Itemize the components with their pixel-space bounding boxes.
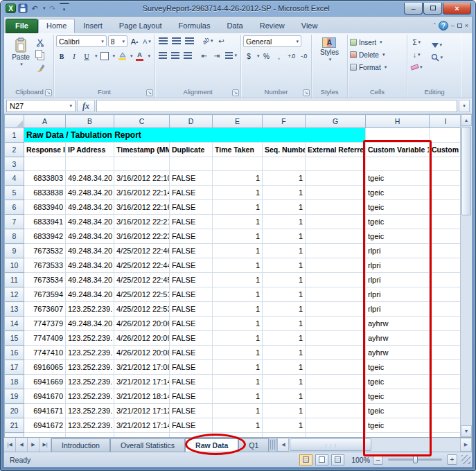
- cell-duplicate[interactable]: FALSE: [170, 258, 213, 273]
- cell-ip-address[interactable]: 123.252.239.: [66, 375, 114, 389]
- cell-time-taken[interactable]: 1: [213, 375, 263, 389]
- workbook-restore-button[interactable]: [457, 22, 462, 29]
- column-header-A[interactable]: A: [24, 115, 66, 128]
- cell[interactable]: [430, 157, 461, 171]
- cell-external-referrer[interactable]: [306, 273, 366, 287]
- percent-style-button[interactable]: %: [261, 51, 272, 62]
- cell-time-taken[interactable]: 1: [213, 389, 263, 404]
- cell-custom-variable-1[interactable]: tgeic: [366, 375, 430, 389]
- cell[interactable]: [66, 157, 114, 171]
- cell-custom-variable-1[interactable]: tgeic: [366, 215, 430, 229]
- header-cell[interactable]: Time Taken: [213, 143, 263, 157]
- cell-external-referrer[interactable]: [306, 229, 366, 244]
- cell-ip-address[interactable]: 123.252.239.: [66, 331, 114, 346]
- cell-seq-number[interactable]: 1: [263, 200, 306, 215]
- cell[interactable]: [213, 157, 263, 171]
- vertical-scrollbar-track[interactable]: [461, 216, 472, 425]
- cell-ip-address[interactable]: 49.248.34.20: [66, 200, 114, 215]
- cell-ip-address[interactable]: 49.248.34.20: [66, 186, 114, 200]
- cell-duplicate[interactable]: FALSE: [170, 215, 213, 229]
- cell[interactable]: [366, 128, 430, 143]
- sheet-tab-overall-statistics[interactable]: Overall Statistics: [110, 438, 185, 452]
- cell-ip-address[interactable]: 123.252.239.: [66, 360, 114, 375]
- cell-seq-number[interactable]: 1: [263, 171, 306, 186]
- horizontal-scrollbar-thumb[interactable]: ⋮⋮⋮: [290, 438, 371, 451]
- column-header-E[interactable]: E: [213, 115, 263, 128]
- align-middle-button[interactable]: [170, 35, 182, 46]
- cell-response-id[interactable]: 6833803: [24, 171, 66, 186]
- cell-custom-variable-1[interactable]: tgeic: [366, 186, 430, 200]
- first-sheet-button[interactable]: |◀: [4, 438, 16, 452]
- cell-ip-address[interactable]: 123.252.239.: [66, 389, 114, 404]
- cell-timestamp[interactable]: 3/16/2012 22:10: [114, 171, 170, 186]
- cell-duplicate[interactable]: FALSE: [170, 331, 213, 346]
- row-header-13[interactable]: 13: [5, 302, 24, 317]
- cell-timestamp[interactable]: 4/25/2012 22:45: [114, 273, 170, 287]
- cell-timestamp[interactable]: 4/26/2012 20:09: [114, 331, 170, 346]
- zoom-slider[interactable]: [388, 459, 442, 461]
- cell-seq-number[interactable]: 1: [263, 229, 306, 244]
- cell-duplicate[interactable]: FALSE: [170, 229, 213, 244]
- cell-time-taken[interactable]: 1: [213, 171, 263, 186]
- decrease-indent-button[interactable]: ⇤: [199, 50, 210, 61]
- collapse-ribbon-icon[interactable]: ˆ: [434, 22, 436, 29]
- cell-ip-address[interactable]: 49.248.34.20: [66, 215, 114, 229]
- cell-time-taken[interactable]: 1: [213, 331, 263, 346]
- borders-dropdown-icon[interactable]: ▾: [113, 53, 116, 59]
- scroll-up-button[interactable]: ▲: [461, 114, 472, 126]
- cell-duplicate[interactable]: FALSE: [170, 418, 213, 433]
- header-cell[interactable]: Custom Variable 1: [366, 143, 430, 157]
- undo-dropdown-icon[interactable]: ▾: [43, 6, 46, 11]
- cell-time-taken[interactable]: 1: [213, 287, 263, 302]
- cell-external-referrer[interactable]: [306, 215, 366, 229]
- cell-external-referrer[interactable]: [306, 404, 366, 418]
- resize-grip[interactable]: [461, 455, 470, 464]
- row-header-20[interactable]: 20: [5, 404, 24, 418]
- row-header-4[interactable]: 4: [5, 171, 24, 186]
- ribbon-tab-review[interactable]: Review: [252, 19, 293, 33]
- view-page-layout-button[interactable]: [315, 454, 328, 465]
- number-format-combo[interactable]: General ▾: [243, 35, 301, 47]
- ribbon-tab-insert[interactable]: Insert: [75, 19, 111, 33]
- cell-ip-address[interactable]: 123.252.239.: [66, 346, 114, 360]
- view-page-break-button[interactable]: [331, 454, 344, 465]
- orientation-button[interactable]: ab▾: [201, 35, 215, 46]
- cell-time-taken[interactable]: 1: [213, 258, 263, 273]
- maximize-button[interactable]: [423, 3, 442, 15]
- cell-custom-variable-2[interactable]: [430, 331, 461, 346]
- cell-custom-variable-2[interactable]: [430, 317, 461, 331]
- cell-ip-address[interactable]: 123.252.239.: [66, 418, 114, 433]
- cell-time-taken[interactable]: 1: [213, 273, 263, 287]
- cell-response-id[interactable]: 6941671: [24, 404, 66, 418]
- cell-custom-variable-2[interactable]: [430, 404, 461, 418]
- expand-formula-bar-button[interactable]: ▾: [459, 100, 470, 112]
- cell-time-taken[interactable]: 1: [213, 302, 263, 317]
- cell-ip-address[interactable]: 49.248.34.20: [66, 258, 114, 273]
- underline-button[interactable]: U: [81, 51, 92, 62]
- cell-external-referrer[interactable]: [306, 331, 366, 346]
- cell-ip-address[interactable]: 49.248.34.20: [66, 273, 114, 287]
- format-painter-button[interactable]: [34, 62, 46, 73]
- cell-duplicate[interactable]: FALSE: [170, 360, 213, 375]
- horizontal-scrollbar[interactable]: ◀ ⋮⋮⋮ ▶: [276, 438, 472, 452]
- clear-button[interactable]: ▾: [409, 62, 424, 73]
- number-format-dropdown-icon[interactable]: ▾: [296, 39, 299, 44]
- cell-seq-number[interactable]: 1: [263, 258, 306, 273]
- cell-custom-variable-1[interactable]: tgeic: [366, 200, 430, 215]
- cell-duplicate[interactable]: FALSE: [170, 317, 213, 331]
- row-header-1[interactable]: 1: [5, 128, 24, 143]
- cell-timestamp[interactable]: 3/21/2012 17:14: [114, 418, 170, 433]
- sheet-tab-q1[interactable]: Q1: [238, 438, 269, 452]
- increase-indent-button[interactable]: ⇥: [211, 50, 222, 61]
- comma-style-button[interactable]: ,: [274, 51, 285, 62]
- merge-center-button[interactable]: ▾: [224, 50, 238, 61]
- undo-button[interactable]: ↶: [30, 3, 39, 14]
- cell-custom-variable-2[interactable]: [430, 389, 461, 404]
- row-header-7[interactable]: 7: [5, 215, 24, 229]
- row-header-17[interactable]: 17: [5, 360, 24, 375]
- cell-response-id[interactable]: 7747409: [24, 331, 66, 346]
- insert-function-button[interactable]: fx: [77, 100, 95, 112]
- cell-response-id[interactable]: 7747379: [24, 317, 66, 331]
- align-right-button[interactable]: [182, 50, 193, 61]
- row-header-21[interactable]: 21: [5, 418, 24, 433]
